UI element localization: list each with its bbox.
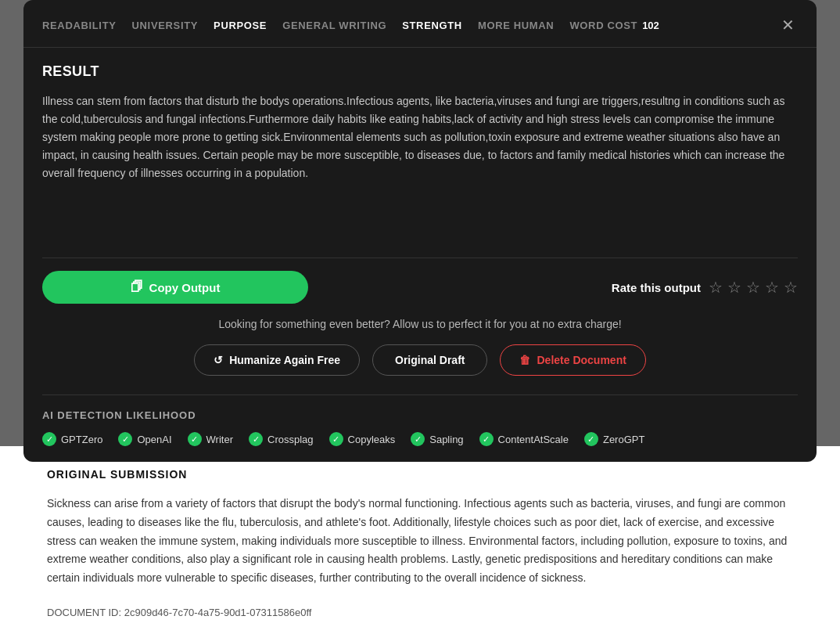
- tab-strength[interactable]: STRENGTH: [402, 20, 462, 31]
- document-id: DOCUMENT ID: 2c909d46-7c70-4a75-90d1-073…: [47, 607, 793, 618]
- upsell-text: Looking for something even better? Allow…: [42, 318, 798, 330]
- modal-header: READABILITY UNIVERSITY PURPOSE GENERAL W…: [23, 0, 817, 48]
- tab-purpose[interactable]: PURPOSE: [214, 20, 267, 31]
- badge-gptzero: ✓ GPTZero: [42, 432, 102, 446]
- ai-detection-title: AI DETECTION LIKELIHOOD: [42, 409, 798, 421]
- original-draft-button[interactable]: Original Draft: [372, 344, 487, 376]
- stars-container: ☆ ☆ ☆ ☆ ☆: [709, 278, 798, 297]
- star-4[interactable]: ☆: [765, 278, 779, 297]
- copy-icon: 🗍: [131, 280, 143, 294]
- badge-zerogpt-label: ZeroGPT: [603, 434, 644, 445]
- result-spacer: [42, 198, 798, 245]
- star-3[interactable]: ☆: [746, 278, 760, 297]
- badge-contentatscale: ✓ ContentAtScale: [479, 432, 569, 446]
- check-icon-crossplag: ✓: [249, 432, 263, 446]
- badge-sapling-label: Sapling: [429, 434, 463, 445]
- tab-general-writing[interactable]: GENERAL WRITING: [282, 20, 386, 31]
- check-icon-openai: ✓: [118, 432, 132, 446]
- rate-row: Rate this output ☆ ☆ ☆ ☆ ☆: [612, 278, 798, 297]
- star-5[interactable]: ☆: [784, 278, 798, 297]
- badge-openai-label: OpenAI: [137, 434, 171, 445]
- badge-zerogpt: ✓ ZeroGPT: [584, 432, 644, 446]
- actions-row: 🗍 Copy Output Rate this output ☆ ☆ ☆ ☆ ☆: [42, 271, 798, 304]
- star-2[interactable]: ☆: [727, 278, 741, 297]
- result-text: Illness can stem from factors that distu…: [42, 92, 798, 182]
- modal-body: RESULT Illness can stem from factors tha…: [23, 48, 817, 462]
- original-draft-label: Original Draft: [395, 354, 465, 366]
- bottom-section: ORIGINAL SUBMISSION Sickness can arise f…: [0, 446, 840, 634]
- original-text: Sickness can arise from a variety of fac…: [47, 495, 793, 588]
- badge-crossplag: ✓ Crossplag: [249, 432, 314, 446]
- tab-university[interactable]: UNIVERSITY: [132, 20, 199, 31]
- result-label: RESULT: [42, 63, 798, 80]
- close-button[interactable]: ✕: [778, 14, 798, 36]
- word-cost-label: WORD COST: [569, 20, 637, 31]
- rate-label: Rate this output: [612, 281, 701, 294]
- original-submission-title: ORIGINAL SUBMISSION: [47, 468, 793, 481]
- tab-more-human[interactable]: MORE HUMAN: [478, 20, 555, 31]
- badge-sapling: ✓ Sapling: [411, 432, 463, 446]
- badge-writer: ✓ Writer: [188, 432, 233, 446]
- check-icon-copyleaks: ✓: [329, 432, 343, 446]
- humanize-again-button[interactable]: ↺ Humanize Again Free: [194, 344, 360, 376]
- copy-output-label: Copy Output: [149, 281, 221, 294]
- divider-1: [42, 258, 798, 258]
- word-cost-value: 102: [642, 20, 659, 31]
- badge-copyleaks-label: Copyleaks: [348, 434, 396, 445]
- copy-output-button[interactable]: 🗍 Copy Output: [42, 271, 308, 304]
- page-wrapper: READABILITY UNIVERSITY PURPOSE GENERAL W…: [0, 0, 840, 634]
- ai-detection-section: AI DETECTION LIKELIHOOD ✓ GPTZero ✓ Open…: [42, 394, 798, 446]
- check-icon-sapling: ✓: [411, 432, 425, 446]
- action-buttons: ↺ Humanize Again Free Original Draft 🗑 D…: [42, 344, 798, 376]
- check-icon-writer: ✓: [188, 432, 202, 446]
- modal: READABILITY UNIVERSITY PURPOSE GENERAL W…: [23, 0, 817, 462]
- check-icon-gptzero: ✓: [42, 432, 56, 446]
- delete-label: Delete Document: [537, 354, 626, 366]
- modal-tabs: READABILITY UNIVERSITY PURPOSE GENERAL W…: [42, 20, 659, 31]
- ai-badges-container: ✓ GPTZero ✓ OpenAI ✓ Writer ✓ Crossplag: [42, 432, 798, 446]
- badge-copyleaks: ✓ Copyleaks: [329, 432, 396, 446]
- trash-icon: 🗑: [519, 354, 530, 366]
- check-icon-zerogpt: ✓: [584, 432, 598, 446]
- badge-openai: ✓ OpenAI: [118, 432, 171, 446]
- tab-readability[interactable]: READABILITY: [42, 20, 117, 31]
- badge-contentatscale-label: ContentAtScale: [498, 434, 569, 445]
- star-1[interactable]: ☆: [709, 278, 723, 297]
- humanize-icon: ↺: [214, 354, 223, 366]
- badge-writer-label: Writer: [206, 434, 233, 445]
- humanize-again-label: Humanize Again Free: [229, 354, 340, 366]
- badge-gptzero-label: GPTZero: [61, 434, 102, 445]
- delete-document-button[interactable]: 🗑 Delete Document: [500, 344, 645, 376]
- word-cost-display: WORD COST 102: [569, 20, 659, 31]
- check-icon-contentatscale: ✓: [479, 432, 494, 446]
- badge-crossplag-label: Crossplag: [267, 434, 314, 445]
